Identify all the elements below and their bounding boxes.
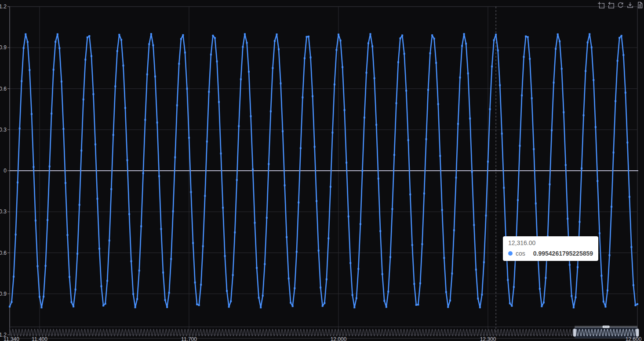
data-point-symbol (106, 280, 108, 282)
data-point-symbol (236, 179, 238, 181)
data-point-symbol (196, 304, 198, 305)
data-point-symbol (232, 274, 234, 276)
data-point-symbol (62, 128, 64, 130)
tooltip: 12,316.00 cos 0.9954261795225859 (503, 236, 598, 261)
data-point-symbol (364, 117, 365, 118)
data-point-symbol (383, 300, 385, 302)
data-point-symbol (625, 92, 626, 94)
data-point-symbol (483, 261, 485, 263)
chart-plot-area[interactable]: 1.20.90.60.30-0.3-0.6-0.9-1.211,34011,40… (0, 0, 644, 341)
restore-icon[interactable] (617, 1, 624, 9)
data-point-symbol (160, 228, 162, 230)
data-point-symbol (116, 50, 118, 52)
data-point-symbol (621, 35, 622, 37)
data-point-symbol (248, 71, 250, 73)
data-point-symbol (127, 159, 128, 161)
data-point-symbol (120, 39, 122, 41)
data-point-symbol (391, 208, 393, 210)
data-point-symbol (342, 66, 343, 68)
tooltip-x-value: 12,316.00 (508, 239, 593, 247)
data-point-symbol (563, 111, 564, 113)
data-view-icon[interactable] (636, 1, 644, 9)
data-point-symbol (374, 77, 375, 79)
data-point-symbol (557, 33, 559, 35)
data-point-symbol (19, 128, 21, 129)
data-point-symbol (597, 180, 598, 182)
data-point-symbol (122, 65, 124, 66)
data-point-symbol (208, 91, 210, 93)
zoom-reset-icon[interactable] (607, 1, 615, 9)
data-point-symbol (338, 33, 339, 35)
data-point-symbol (401, 34, 403, 36)
data-point-symbol (69, 276, 70, 278)
data-point-symbol (344, 109, 346, 111)
tooltip-series-value: 0.9954261795225859 (533, 250, 593, 257)
data-point-symbol (387, 291, 389, 293)
data-point-symbol (322, 305, 324, 307)
data-point-symbol (429, 52, 431, 54)
data-point-symbol (92, 93, 94, 95)
data-point-symbol (541, 305, 542, 307)
data-point-symbol (527, 36, 529, 38)
data-point-symbol (331, 132, 333, 133)
data-point-symbol (413, 283, 415, 285)
data-point-symbol (258, 297, 260, 299)
data-point-symbol (404, 53, 405, 55)
data-point-symbol (294, 287, 295, 289)
data-point-symbol (415, 304, 417, 306)
data-point-symbol (533, 148, 535, 150)
slider-handle-right[interactable] (636, 329, 639, 337)
data-point-symbol (447, 306, 449, 308)
data-point-symbol (75, 289, 76, 290)
data-point-symbol (168, 292, 170, 293)
slider-handle-left[interactable] (573, 329, 576, 337)
data-point-symbol (517, 199, 519, 201)
data-point-symbol (400, 37, 401, 39)
data-point-symbol (216, 61, 218, 62)
data-point-symbol (308, 36, 309, 37)
data-point-symbol (174, 157, 176, 158)
data-point-symbol (489, 108, 491, 110)
data-point-symbol (445, 291, 447, 293)
data-point-symbol (246, 42, 248, 44)
data-point-symbol (633, 284, 634, 286)
data-point-symbol (162, 271, 164, 273)
data-point-symbol (553, 82, 555, 84)
data-point-symbol (360, 223, 361, 225)
data-point-symbol (39, 296, 40, 298)
save-image-icon[interactable] (626, 1, 634, 9)
data-point-symbol (427, 89, 429, 91)
data-point-symbol (184, 51, 186, 53)
data-point-symbol (439, 155, 441, 157)
data-point-symbol (565, 164, 567, 166)
data-point-symbol (288, 278, 290, 279)
data-point-symbol (13, 276, 15, 278)
data-point-symbol (110, 188, 112, 190)
data-point-symbol (569, 264, 571, 266)
data-point-symbol (513, 286, 515, 288)
y-axis-label: 1.2 (0, 4, 7, 10)
data-point-symbol (41, 307, 43, 308)
data-point-symbol (264, 263, 266, 265)
data-point-symbol (178, 63, 180, 65)
data-point-symbol (577, 266, 579, 268)
data-point-symbol (61, 81, 62, 82)
data-point-symbol (158, 175, 160, 177)
data-point-symbol (529, 58, 531, 60)
data-point-symbol (302, 96, 303, 98)
data-point-symbol (198, 304, 200, 306)
data-point-symbol (348, 216, 349, 217)
data-point-symbol (366, 72, 367, 73)
data-point-symbol (423, 193, 425, 194)
datazoom-slider[interactable] (10, 326, 639, 338)
data-point-symbol (583, 114, 585, 116)
data-point-symbol (397, 61, 399, 63)
data-point-symbol (371, 45, 373, 47)
data-point-symbol (128, 213, 130, 215)
data-point-symbol (256, 267, 258, 269)
data-point-symbol (327, 238, 329, 239)
data-point-symbol (131, 260, 132, 262)
data-point-symbol (603, 301, 604, 302)
zoom-select-icon[interactable] (597, 1, 605, 9)
data-point-symbol (118, 34, 120, 36)
